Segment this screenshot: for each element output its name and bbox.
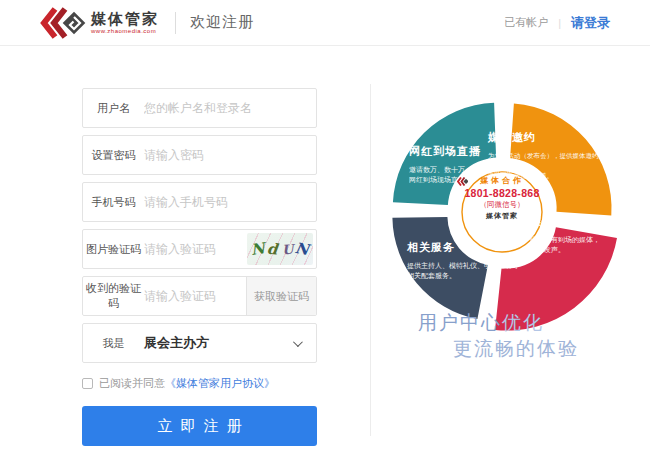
username-field-row: 用户名 [82,88,317,128]
page-title: 欢迎注册 [190,13,254,32]
captcha-char: N [250,239,266,259]
tagline-line1: 用户中心优化 [418,310,544,336]
segment-desc: 提供主持人、模特礼仪、明星邀请等 相关配套服务。 [407,261,519,281]
vertical-divider [370,84,371,436]
get-sms-code-button[interactable]: 获取验证码 [246,277,316,315]
segment-title: 媒体邀约 [488,130,612,145]
center-contact-badge: 媒体合作 1801-8828-868 （同微信号） 媒体管家 [457,177,547,219]
image-captcha-label: 图片验证码 [83,242,144,257]
logo[interactable]: 媒体管家 www.zhaomedia.com [40,6,159,40]
phone-input[interactable] [144,195,316,209]
role-select[interactable]: 我是 展会主办方 [82,323,317,363]
captcha-char: N [294,239,311,259]
center-brand: 媒体管家 [486,212,518,219]
register-button[interactable]: 立即注册 [82,406,317,446]
password-field-row: 设置密码 [82,135,317,175]
username-label: 用户名 [83,101,144,116]
agreement-text: 已阅读并同意 [99,376,165,391]
username-input[interactable] [144,101,316,115]
wechat-note: （同微信号） [457,201,547,209]
logo-icon [40,6,86,40]
phone-label: 手机号码 [83,195,144,210]
phone-field-row: 手机号码 [82,182,317,222]
password-label: 设置密码 [83,148,144,163]
segment-title: 相关服务 [407,240,519,255]
header-divider [175,12,176,34]
mini-logo-icon [457,177,468,186]
contact-phone: 1801-8828-868 [457,188,547,199]
sms-code-input[interactable] [144,289,246,303]
logo-subtitle: www.zhaomedia.com [91,28,159,34]
login-link[interactable]: 请登录 [571,14,610,32]
label-media-invite: 媒体邀约 为您的活动（发布会），提供媒体邀约服务， 邀请媒体来现场报道。 [488,130,612,181]
captcha-image[interactable]: N d U N [247,233,313,265]
role-label: 我是 [83,336,144,351]
services-donut-chart: 网红到场直播 邀请数万、数十万、数百万粉丝的 网红到场现场直播。 媒体邀约 为您… [385,90,625,340]
agreement-checkbox[interactable] [82,378,93,389]
image-captcha-field-row: 图片验证码 N d U N [82,229,317,269]
password-input[interactable] [144,148,316,162]
header: 媒体管家 www.zhaomedia.com 欢迎注册 已有帐户 | 请登录 [0,0,650,46]
chevron-down-icon [293,337,303,347]
segment-desc: 联系没有到场的媒体， 辅助发声。 [530,235,616,255]
tagline-line2: 更流畅的体验 [453,336,579,362]
role-value: 展会主办方 [144,334,293,352]
have-account-label: 已有帐户 [504,15,548,30]
label-related-services: 相关服务 提供主持人、模特礼仪、明星邀请等 相关配套服务。 [407,240,519,281]
center-title: 媒体合作 [457,177,547,185]
header-pipe: | [558,17,561,29]
sms-code-label: 收到的验证码 [83,281,144,311]
user-agreement-link[interactable]: 《媒体管家用户协议》 [165,376,275,391]
captcha-char: d [266,240,278,259]
label-media-voice: 媒体辅助发声 联系没有到场的媒体， 辅助发声。 [530,214,616,255]
sms-code-field-row: 收到的验证码 获取验证码 [82,276,317,316]
agreement-row: 已阅读并同意 《媒体管家用户协议》 [82,376,317,391]
register-form: 用户名 设置密码 手机号码 图片验证码 N d U N 收到的验证码 获取验证码… [82,88,317,446]
logo-title: 媒体管家 [91,11,159,26]
captcha-char: U [281,241,294,257]
image-captcha-input[interactable] [144,242,247,256]
